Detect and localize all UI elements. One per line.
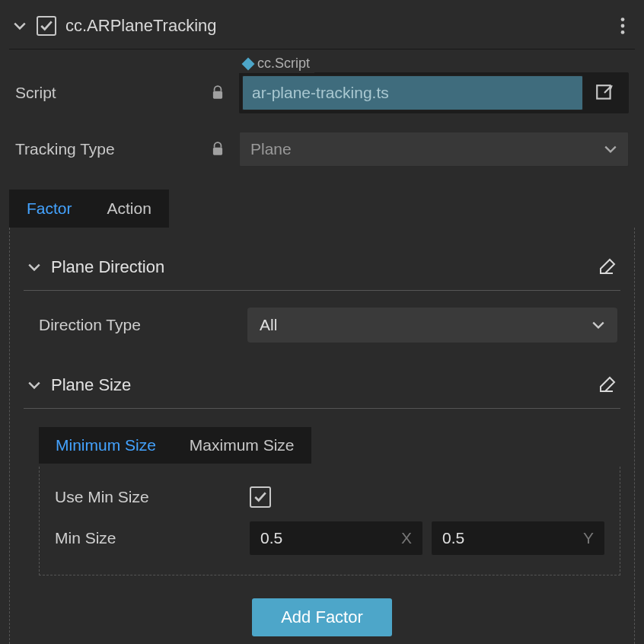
script-label: Script [15,84,196,102]
component-title: cc.ARPlaneTracking [65,16,604,36]
script-filename: ar-plane-tracking.ts [252,84,389,102]
size-subtabs: Minimum Size Maximum Size [39,427,620,464]
component-panel: cc.ARPlaneTracking Script cc.Script ar-p… [0,0,644,644]
factor-action-tabs: Factor Action [9,190,635,228]
open-script-icon[interactable] [589,78,620,108]
collapse-icon[interactable] [12,18,27,33]
add-factor-button[interactable]: Add Factor [252,598,392,636]
min-size-row: Min Size 0.5 X 0.5 Y [55,521,604,555]
min-size-x-input[interactable]: 0.5 X [250,521,422,555]
min-size-y-input[interactable]: 0.5 Y [432,521,604,555]
tab-factor[interactable]: Factor [9,190,90,228]
script-type-tag: cc.Script [239,54,314,73]
divider [24,290,620,291]
subtab-max-size[interactable]: Maximum Size [173,427,311,464]
edit-icon[interactable] [596,257,617,278]
collapse-icon[interactable] [27,260,42,275]
script-field-wrapper: ar-plane-tracking.ts [239,72,629,113]
plane-size-title: Plane Size [51,375,587,395]
plane-size-header: Plane Size [24,367,620,403]
direction-type-value: All [260,316,277,334]
tracking-type-select[interactable]: Plane [239,132,629,167]
y-suffix: Y [583,529,594,547]
script-type-label: cc.Script [257,56,310,72]
x-suffix: X [401,529,412,547]
component-header: cc.ARPlaneTracking [9,9,635,49]
plane-direction-title: Plane Direction [51,257,587,277]
min-size-x-value: 0.5 [260,529,282,547]
tracking-type-label: Tracking Type [15,140,196,158]
svg-rect-5 [213,148,222,155]
use-min-size-label: Use Min Size [55,488,238,506]
divider [24,408,620,409]
subtab-min-size[interactable]: Minimum Size [39,427,173,464]
script-field[interactable]: ar-plane-tracking.ts [242,75,583,110]
tab-action[interactable]: Action [90,190,169,228]
script-row: Script cc.Script ar-plane-tracking.ts [9,63,635,123]
plane-direction-header: Plane Direction [24,249,620,285]
min-size-label: Min Size [55,529,238,547]
edit-icon[interactable] [596,375,617,396]
svg-rect-4 [597,85,610,98]
direction-type-select[interactable]: All [247,308,617,343]
svg-rect-3 [213,91,222,99]
min-size-y-value: 0.5 [442,529,464,547]
lock-icon [209,85,227,100]
lock-icon [209,142,227,157]
divider [9,49,635,49]
collapse-icon[interactable] [27,378,42,393]
svg-point-2 [621,30,625,34]
min-size-container: Use Min Size Min Size 0.5 X 0.5 Y [39,467,620,575]
tracking-type-value: Plane [250,140,292,158]
diamond-icon [242,57,255,70]
enable-checkbox[interactable] [37,16,56,36]
use-min-size-row: Use Min Size [55,486,604,508]
factor-container: Plane Direction Direction Type All [9,228,635,644]
direction-type-row: Direction Type All [24,303,620,350]
chevron-down-icon [604,142,617,156]
svg-point-1 [621,24,625,28]
chevron-down-icon [591,318,605,332]
menu-icon[interactable] [614,14,632,38]
use-min-size-checkbox[interactable] [250,486,271,508]
tracking-type-row: Tracking Type Plane [9,123,635,176]
svg-point-0 [621,18,625,21]
direction-type-label: Direction Type [39,316,235,334]
